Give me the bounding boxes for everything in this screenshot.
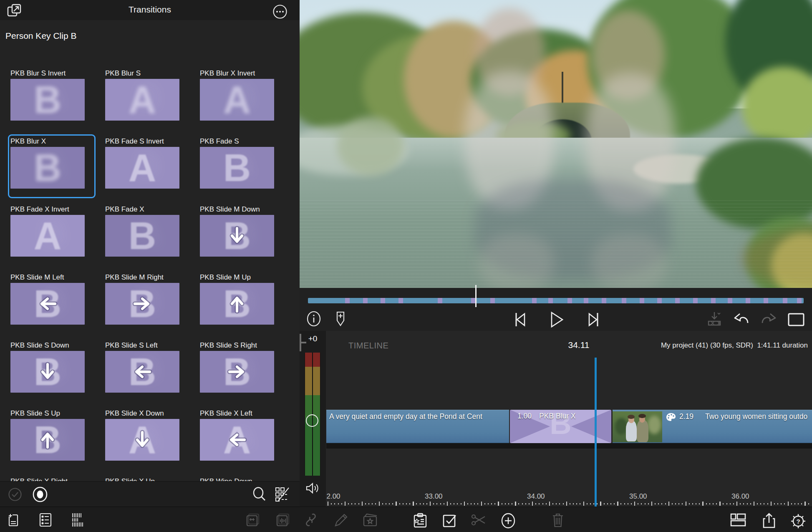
project-list-icon[interactable] [38,512,53,527]
transition-thumbnail: AA [105,419,179,461]
transition-item[interactable]: PKB Slide X LeftAA [200,409,274,461]
frame-strip-icon[interactable] [70,512,87,527]
insert-clip-icon[interactable] [245,512,260,527]
transition-item[interactable]: PKB Slide X RightAA [10,477,85,481]
ruler-tick [702,502,703,506]
ruler-tick [461,503,461,504]
transition-thumbnail: AB [200,147,274,189]
transition-item[interactable]: PKB Blur SBA [105,69,179,121]
transition-item[interactable]: PKB Blur X InvertBA [200,69,274,121]
record-icon[interactable] [32,486,48,503]
transition-item[interactable]: PKB Fade X InvertBA [10,205,85,257]
settings-help-icon[interactable]: ? [789,512,807,530]
palette-icon [666,413,676,422]
transition-item[interactable]: PKB Slide X UpAA [105,477,179,481]
timeline-clip[interactable]: A very quiet and empty day at the Pond a… [326,410,509,443]
current-time: 34.11 [552,340,606,350]
ruler-tick [436,503,437,504]
up-arrow-icon [37,431,58,448]
transition-item[interactable]: PKB Slide S UpBB [10,409,85,461]
volume-icon[interactable] [305,481,321,495]
insert-audio-icon[interactable] [275,512,290,527]
share-icon[interactable] [761,512,777,529]
select-check-icon[interactable] [8,487,23,502]
ruler-tick [624,503,625,504]
fullscreen-icon[interactable] [786,310,806,329]
transition-item[interactable]: PKB Slide X DownAA [105,409,179,461]
skip-forward-icon[interactable] [584,310,603,329]
transition-item[interactable]: PKB Slide M LeftBB [10,273,85,325]
search-icon[interactable] [251,487,267,502]
more-circle-icon[interactable] [272,4,288,20]
ruler-label: 34.00 [527,492,545,501]
ruler-tick [334,503,335,504]
ruler-tick [403,503,403,504]
scissors-icon[interactable] [471,512,487,527]
render-icon[interactable] [705,310,724,328]
title-card-icon[interactable] [362,512,378,527]
panel-resize-handle[interactable] [298,333,309,352]
timeline-panel: +0 TIMELINE 34.11 My project (41) (30 fp… [300,331,812,507]
redo-icon[interactable] [759,310,779,329]
add-marker-icon[interactable] [332,310,349,327]
transition-label: PKB Blur X [10,137,85,147]
transition-item[interactable]: PKB Wipe DownAA [200,477,274,481]
transition-item[interactable]: PKB Slide M RightBB [105,273,179,325]
video-preview[interactable] [300,0,812,288]
shortcuts-grid-icon[interactable] [275,487,290,502]
transition-item[interactable]: PKB Slide S LeftBB [105,341,179,393]
skip-back-icon[interactable] [510,310,530,329]
ruler-tick [467,503,468,504]
timeline-playhead[interactable] [595,358,597,507]
transition-item[interactable]: PKB Slide M UpBB [200,273,274,325]
transition-label: PKB Fade X [105,205,179,215]
transition-item[interactable]: PKB Fade SAB [200,137,274,189]
clip-thumbnail [613,411,662,442]
scrubber-bar[interactable] [308,298,804,303]
info-icon[interactable] [305,310,322,327]
trash-icon[interactable] [551,512,565,528]
ruler-tick [798,503,799,504]
link-icon[interactable] [304,512,318,527]
preview-scrubber[interactable] [300,288,812,307]
transition-item[interactable]: PKB Slide S DownBB [10,341,85,393]
ruler-tick [477,503,478,504]
time-ruler[interactable]: 32.0033.0034.0035.0036.00 [326,492,812,507]
pencil-icon[interactable] [334,512,349,527]
transition-label: PKB Fade S Invert [105,137,179,147]
timeline-tracks[interactable]: TIMELINE 34.11 My project (41) (30 fps, … [326,331,812,507]
transition-item[interactable]: PKB Fade S InvertBA [105,137,179,189]
down-arrow-icon [226,227,248,244]
transition-thumbnail: AB [10,79,85,121]
timeline-clip[interactable]: 2.19 Two young women sitting outdo [613,410,812,443]
clip-title: Two young women sitting outdo [705,412,807,421]
panel-header: Transitions [0,0,300,20]
ruler-tick [784,503,785,504]
transition-item[interactable]: PKB Blur XAB [10,137,85,189]
ruler-tick [440,503,441,504]
transition-thumbnail: AA [200,419,274,461]
new-project-icon[interactable] [7,512,21,527]
ruler-tick [406,503,407,504]
ruler-tick [454,503,454,504]
audio-level-knob[interactable] [306,414,318,427]
ruler-tick [379,502,380,506]
undo-icon[interactable] [731,310,751,329]
transition-label: PKB Blur X Invert [200,69,274,79]
transition-item[interactable]: PKB Slide M DownBB [200,205,274,257]
ruler-tick [348,503,349,504]
clip-attributes-icon[interactable] [412,512,428,528]
transition-label: PKB Slide S Left [105,341,179,351]
layout-icon[interactable] [729,512,747,528]
transition-label: PKB Slide S Up [10,409,85,419]
play-icon[interactable] [547,310,566,329]
ruler-tick [580,503,580,504]
transition-item[interactable]: PKB Fade XAB [105,205,179,257]
transition-item[interactable]: PKB Slide S RightBB [200,341,274,393]
add-circle-icon[interactable] [500,512,517,529]
ruler-tick [351,503,352,504]
transition-item[interactable]: PKB Blur S InvertAB [10,69,85,121]
transitions-library: Person Key Clip B PKB Blur S InvertABPKB… [0,20,300,481]
ruler-tick [481,502,482,506]
select-done-icon[interactable] [441,512,457,528]
